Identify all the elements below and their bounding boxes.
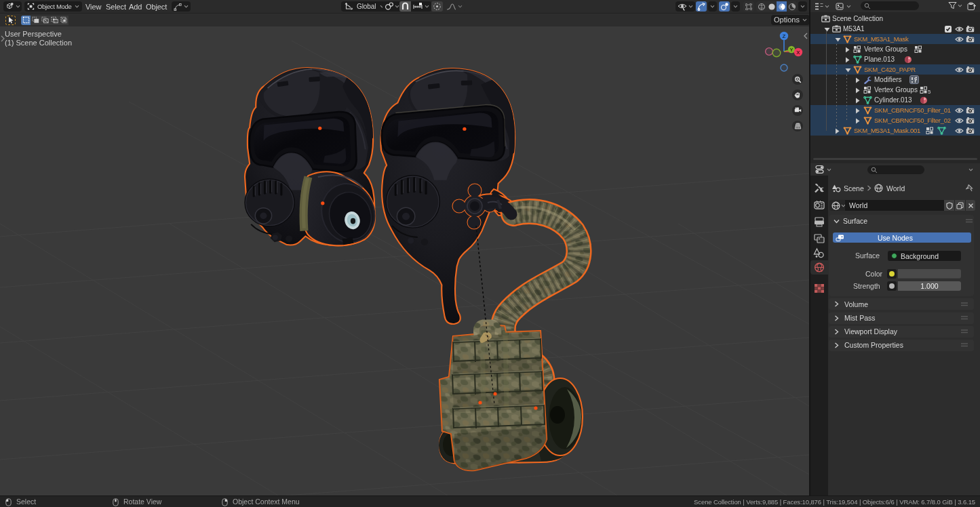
svg-text:X: X <box>796 49 800 56</box>
svg-text:Y: Y <box>789 47 793 53</box>
svg-text:Z: Z <box>783 33 786 39</box>
